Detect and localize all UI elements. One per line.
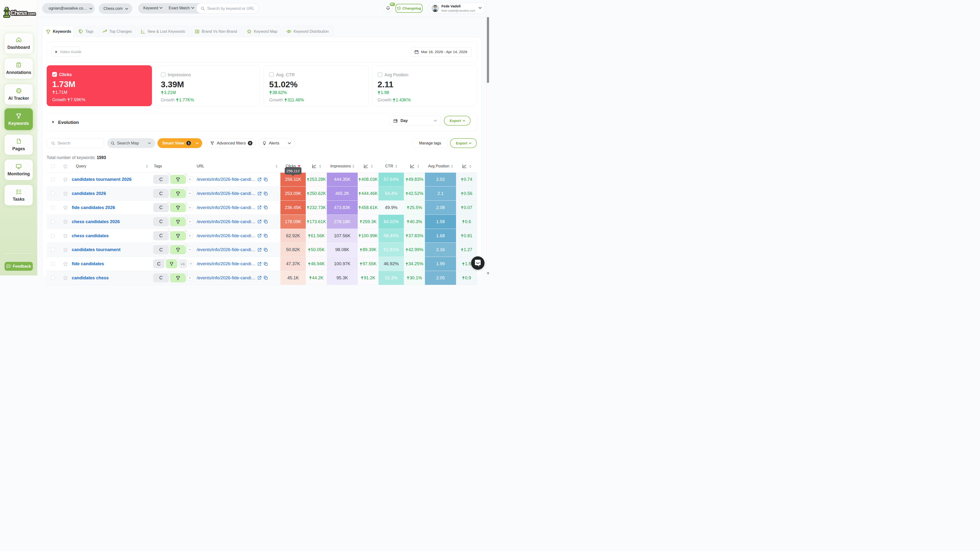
svg-text:AI: AI xyxy=(18,90,20,92)
svg-text:Chess: Chess xyxy=(10,10,27,16)
svg-text:.com: .com xyxy=(27,12,36,16)
